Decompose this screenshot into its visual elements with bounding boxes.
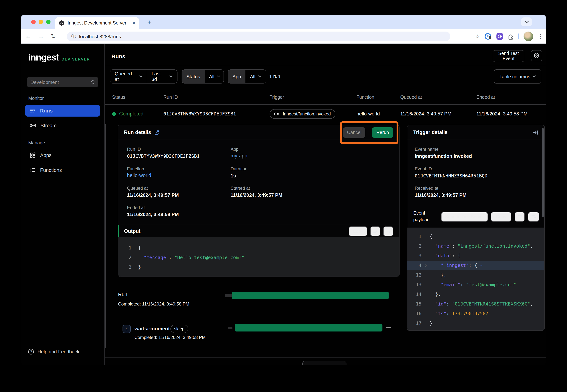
- chevron-down-icon: [524, 21, 529, 23]
- runs-icon: [30, 108, 36, 113]
- step-name: wait-a-moment: [134, 326, 170, 332]
- chevron-down-icon: [217, 75, 220, 78]
- back-button[interactable]: ←: [23, 31, 33, 42]
- sidebar-item-stream[interactable]: Stream: [25, 120, 100, 131]
- payload-copy-button[interactable]: Copy: [491, 212, 511, 222]
- scroll-down-icon: [531, 214, 536, 219]
- trigger-cell: inngest/function.invoked: [269, 109, 356, 119]
- started-at-value: 11/16/2024, 3:49:57 PM: [231, 192, 282, 198]
- app-filter-label: App: [228, 70, 245, 83]
- tab-close-icon[interactable]: ✕: [132, 21, 136, 26]
- chevron-down-icon: [170, 75, 173, 78]
- function-link[interactable]: hello-world: [127, 173, 151, 178]
- sidebar-item-label: Apps: [40, 152, 52, 158]
- duration-label: Duration: [231, 166, 247, 171]
- load-more-button[interactable]: [302, 361, 346, 365]
- event-signal-icon: [274, 112, 280, 116]
- browser-toolbar: ← → ↻ ⓘ localhost:8288/runs ☆: [21, 29, 546, 44]
- timeline-step-completed: Completed: 11/16/2024, 3:49:58 PM: [134, 335, 206, 340]
- payload-scroll-to-bottom-button[interactable]: [528, 212, 539, 222]
- sidebar-section-monitor: Monitor: [28, 96, 44, 101]
- output-header: Output Copy: [118, 224, 399, 237]
- app-filter: App All: [228, 70, 266, 84]
- col-queued-at: Queued at: [400, 95, 476, 100]
- extensions-puzzle-icon[interactable]: [508, 33, 514, 40]
- chevron-down-icon: [139, 75, 142, 78]
- send-test-event-button[interactable]: Send Test Event: [493, 50, 524, 62]
- status-filter-label: Status: [182, 70, 205, 83]
- time-range-dropdown[interactable]: Last 3d: [147, 70, 177, 83]
- status-filter-dropdown[interactable]: All: [205, 70, 224, 83]
- output-copy-button[interactable]: Copy: [349, 226, 367, 236]
- event-payload-code[interactable]: 1{2 "name": "inngest/function.invoked",3…: [407, 227, 544, 330]
- toolbar-separator: [518, 33, 519, 39]
- environment-select[interactable]: Development: [27, 77, 99, 87]
- settings-button[interactable]: [531, 50, 542, 61]
- word-wrap-button[interactable]: [370, 226, 380, 236]
- sidebar-section-manage: Manage: [28, 140, 45, 145]
- timeline-step-bar[interactable]: [235, 324, 383, 332]
- payload-scrollbar[interactable]: [542, 128, 544, 217]
- trigger-pill[interactable]: inngest/function.invoked: [269, 109, 335, 119]
- browser-menu-icon[interactable]: ⋮: [538, 33, 543, 40]
- app-link[interactable]: my-app: [231, 153, 247, 158]
- sidebar-item-functions[interactable]: Functions: [25, 164, 100, 176]
- tab-search-button[interactable]: [521, 17, 532, 26]
- external-link-icon[interactable]: [154, 130, 159, 135]
- sidebar-item-label: Runs: [40, 108, 53, 113]
- select-chevrons-icon: [91, 80, 95, 84]
- browser-tab[interactable]: Inngest Development Server ✕: [55, 17, 139, 29]
- tab-title: Inngest Development Server: [68, 20, 129, 26]
- sidebar-item-label: Stream: [41, 123, 57, 128]
- address-bar[interactable]: ⓘ localhost:8288/runs: [67, 31, 450, 41]
- payload-word-wrap-button[interactable]: [515, 212, 525, 222]
- event-id-value: 01JCVBTMTKNHNHZ3SN64R51BQD: [415, 173, 487, 179]
- col-ended-at: Ended at: [476, 95, 546, 100]
- table-columns-button[interactable]: Table columns: [494, 70, 541, 84]
- window-zoom-button[interactable]: [46, 20, 51, 24]
- step-expand-button[interactable]: ›: [123, 325, 131, 333]
- timeline-run-bar[interactable]: [232, 292, 389, 299]
- collapse-panel-icon[interactable]: [532, 129, 539, 135]
- table-row[interactable]: Completed 01JCVBTMV3WXY9D3CFDEJFZSB1 inn…: [105, 105, 546, 123]
- new-tab-button[interactable]: +: [145, 18, 154, 27]
- output-accent-bar: [118, 225, 119, 238]
- tab-strip: Inngest Development Server ✕ +: [21, 15, 546, 29]
- ended-at-value: 11/16/2024, 3:49:58 PM: [127, 211, 179, 217]
- forward-button[interactable]: →: [36, 31, 46, 42]
- onepassword-extension-icon[interactable]: [484, 32, 492, 40]
- reload-button[interactable]: ↻: [48, 31, 59, 42]
- window-minimize-button[interactable]: [39, 20, 43, 24]
- sidebar-item-apps[interactable]: Apps: [25, 149, 100, 161]
- sidebar-item-runs[interactable]: Runs: [25, 105, 100, 117]
- header-divider: [105, 66, 546, 66]
- bookmark-star-icon[interactable]: ☆: [475, 33, 480, 40]
- annotation-highlight: [340, 121, 398, 144]
- step-kind-badge: sleep: [170, 325, 188, 333]
- function-label: Function: [127, 166, 144, 171]
- stream-icon: [30, 123, 36, 128]
- help-icon: ?: [28, 349, 34, 354]
- col-function: Function: [356, 95, 400, 100]
- page-title: Runs: [111, 53, 125, 59]
- queued-at-cell: 11/16/2024, 3:49:57 PM: [400, 111, 476, 117]
- site-info-icon[interactable]: ⓘ: [71, 33, 76, 40]
- app-filter-dropdown[interactable]: All: [245, 70, 266, 83]
- event-name-label: Event name: [415, 147, 439, 152]
- run-id-value: 01JCVBTMV3WXY9D3CFDEJFZSB1: [127, 153, 199, 159]
- help-and-feedback[interactable]: ? Help and Feedback: [28, 349, 79, 354]
- apps-icon: [30, 152, 36, 158]
- content-scrollbar[interactable]: [105, 124, 106, 348]
- time-field-dropdown[interactable]: Queued at: [110, 70, 147, 83]
- col-status: Status: [112, 95, 163, 100]
- window-close-button[interactable]: [31, 20, 36, 24]
- browser-extension-icon[interactable]: [496, 33, 503, 40]
- trigger-details-title: Trigger details: [413, 129, 448, 135]
- timeline-end-tick: [386, 327, 391, 328]
- send-to-dev-server-button[interactable]: Send to Dev Server: [441, 212, 488, 222]
- scroll-to-bottom-button[interactable]: [383, 226, 393, 236]
- time-filter: Queued at Last 3d: [110, 70, 177, 84]
- browser-window: Inngest Development Server ✕ + ← → ↻ ⓘ l…: [21, 15, 546, 365]
- output-title: Output: [124, 228, 140, 234]
- profile-avatar[interactable]: [524, 31, 533, 41]
